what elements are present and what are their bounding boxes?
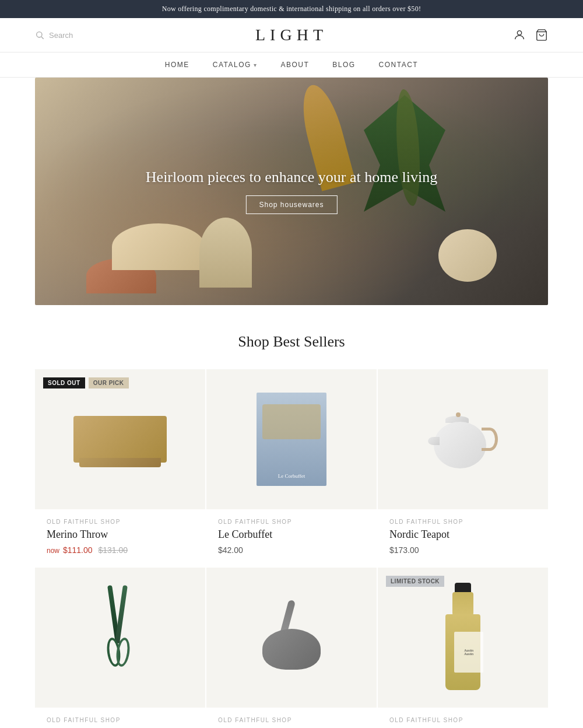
product-info: OLD FAITHFUL SHOP Nordic Teapot $173.00 [378,509,548,566]
product-brand: OLD FAITHFUL SHOP [218,717,365,723]
header: Search LIGHT [0,18,583,52]
product-name: Le Corbuffet [218,528,365,541]
nav-home[interactable]: HOME [165,61,189,69]
bottle-image: AustinAustin [440,585,486,690]
product-brand: OLD FAITHFUL SHOP [47,519,194,525]
product-info: OLD FAITHFUL SHOP Mortar & Pestle $85.00 [206,708,377,728]
bottle-label: AustinAustin [454,632,483,673]
product-card-body-wash[interactable]: LIMITED STOCK AustinAustin OLD FAITHFUL … [378,568,548,728]
product-image-area [35,568,205,708]
teapot-image [422,404,504,474]
product-image-area [378,369,548,509]
bottle-body: AustinAustin [445,614,480,690]
search-area[interactable]: Search [35,30,128,40]
svg-point-2 [517,31,521,35]
product-card-mortar-pestle[interactable]: OLD FAITHFUL SHOP Mortar & Pestle $85.00 [206,568,377,728]
product-card-garden-scissors[interactable]: OLD FAITHFUL SHOP Garden Scissors $58.00 [35,568,205,728]
badge-our-pick: OUR PICK [89,377,129,388]
product-price: $173.00 [389,545,536,555]
hero-decor-bowl-cream [112,223,205,270]
scissors-image [103,585,138,690]
svg-point-0 [37,32,42,37]
product-brand: OLD FAITHFUL SHOP [389,717,536,723]
nav-catalog[interactable]: CATALOG ▾ [213,61,258,69]
product-brand: OLD FAITHFUL SHOP [218,519,365,525]
hero-headline: Heirloom pieces to enhance your at home … [146,169,437,186]
banner-text: Now offering complimentary domestic & in… [162,5,422,13]
search-placeholder: Search [49,31,73,40]
cart-icon[interactable] [535,29,548,41]
badge-sold-out: SOLD OUT [43,377,85,388]
product-image-area: LIMITED STOCK AustinAustin [378,568,548,708]
catalog-chevron-icon: ▾ [254,62,258,68]
product-info: OLD FAITHFUL SHOP Austin Austin Body Was… [378,708,548,728]
product-image-area: SOLD OUT OUR PICK [35,369,205,509]
product-image-area [206,568,377,708]
mortar-bowl [262,629,321,670]
mortar-pestle-image [257,600,326,676]
hero-decor-vase [199,218,252,288]
book-image: Le Corbuffet [257,393,326,486]
nav-blog[interactable]: BLOG [332,61,355,69]
product-info: OLD FAITHFUL SHOP Garden Scissors $58.00 [35,708,205,728]
hero-cta-button[interactable]: Shop housewares [245,195,337,214]
header-icons [455,29,548,41]
hero-decor-mug [438,229,497,282]
merino-throw-image [73,416,167,463]
price-sale: $111.00 [63,545,93,555]
product-card-merino-throw[interactable]: SOLD OUT OUR PICK OLD FAITHFUL SHOP Meri… [35,369,205,566]
teapot-spout [428,437,440,445]
bestsellers-title: Shop Best Sellers [0,333,583,351]
product-badges: LIMITED STOCK [386,576,444,587]
nav-contact[interactable]: CONTACT [379,61,419,69]
svg-line-1 [41,37,44,39]
teapot-handle [482,428,498,451]
bottle-label-text: AustinAustin [464,649,473,656]
product-info: OLD FAITHFUL SHOP Merino Throw now $111.… [35,509,205,566]
hero-banner: Heirloom pieces to enhance your at home … [35,78,548,305]
main-nav: HOME CATALOG ▾ ABOUT BLOG CONTACT [0,52,583,78]
search-icon [35,30,44,40]
product-badges: SOLD OUT OUR PICK [43,377,129,388]
badge-limited-stock: LIMITED STOCK [386,576,444,587]
teapot-body [434,422,486,468]
price-original: $131.00 [98,545,128,555]
product-brand: OLD FAITHFUL SHOP [389,519,536,525]
product-info: OLD FAITHFUL SHOP Le Corbuffet $42.00 [206,509,377,566]
product-name: Nordic Teapot [389,528,536,541]
product-card-nordic-teapot[interactable]: OLD FAITHFUL SHOP Nordic Teapot $173.00 [378,369,548,566]
price-now-label: now [47,547,59,555]
scissors-blade-right [115,585,128,643]
hero-text-block: Heirloom pieces to enhance your at home … [146,169,437,214]
product-name: Merino Throw [47,528,194,541]
product-image-area: Le Corbuffet [206,369,377,509]
product-card-le-corbuffet[interactable]: Le Corbuffet OLD FAITHFUL SHOP Le Corbuf… [206,369,377,566]
nav-about[interactable]: ABOUT [280,61,309,69]
account-icon[interactable] [513,29,526,41]
teapot-knob [456,412,461,417]
site-logo[interactable]: LIGHT [255,26,328,44]
top-banner: Now offering complimentary domestic & in… [0,0,583,18]
product-brand: OLD FAITHFUL SHOP [47,717,194,723]
bottle-neck [452,592,473,615]
book-label-text: Le Corbuffet [278,473,305,479]
product-price: now $111.00 $131.00 [47,545,194,555]
product-price: $42.00 [218,545,365,555]
product-grid: SOLD OUT OUR PICK OLD FAITHFUL SHOP Meri… [35,369,548,728]
